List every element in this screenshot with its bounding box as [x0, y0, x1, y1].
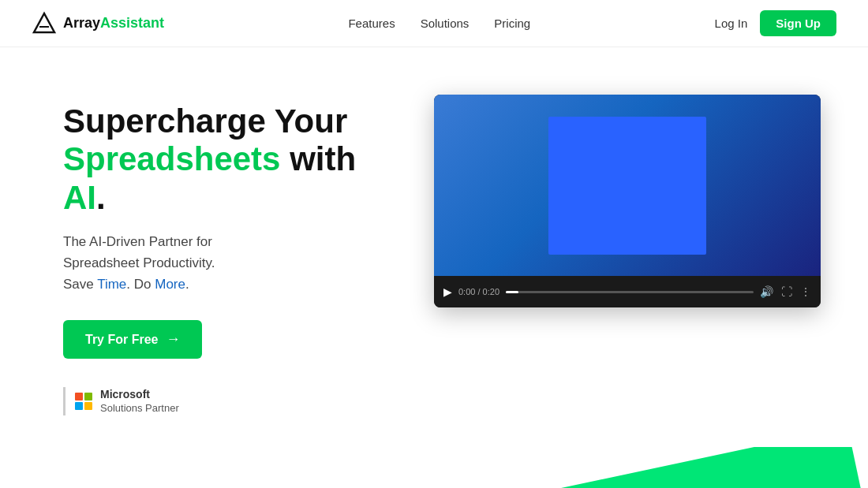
- ms-text: Microsoft Solutions Partner: [100, 387, 179, 415]
- nav-actions: Log In Sign Up: [715, 10, 836, 36]
- volume-icon[interactable]: 🔊: [760, 285, 773, 298]
- hero-left: Supercharge Your Spreadsheets with AI. T…: [63, 95, 395, 415]
- video-thumbnail: [548, 117, 706, 255]
- logo-icon: [32, 11, 57, 36]
- nav-links: Features Solutions Pricing: [348, 17, 530, 30]
- nav-pricing[interactable]: Pricing: [494, 17, 530, 30]
- nav-solutions[interactable]: Solutions: [421, 17, 470, 30]
- hero-section: Supercharge Your Spreadsheets with AI. T…: [0, 47, 868, 447]
- arrow-icon: →: [166, 331, 180, 348]
- try-for-free-button[interactable]: Try For Free →: [63, 320, 202, 359]
- nav-features[interactable]: Features: [348, 17, 395, 30]
- video-control-icons: 🔊 ⛶ ⋮: [760, 285, 811, 298]
- bottom-section: Revolutionize Your Workflow Today.: [0, 447, 868, 488]
- signup-button[interactable]: Sign Up: [760, 10, 836, 36]
- video-progress-bar[interactable]: [506, 291, 754, 293]
- microsoft-badge: Microsoft Solutions Partner: [63, 387, 395, 415]
- green-wave: [230, 447, 868, 488]
- more-icon[interactable]: ⋮: [800, 285, 811, 298]
- video-player[interactable]: ▶ 0:00 / 0:20 🔊 ⛶ ⋮: [434, 95, 821, 307]
- logo-text: ArrayAssistant: [63, 15, 164, 32]
- video-time: 0:00 / 0:20: [458, 287, 499, 296]
- hero-right: ▶ 0:00 / 0:20 🔊 ⛶ ⋮: [434, 95, 821, 307]
- try-for-free-label: Try For Free: [85, 333, 158, 347]
- logo[interactable]: ArrayAssistant: [32, 11, 164, 36]
- login-button[interactable]: Log In: [715, 17, 748, 30]
- ms-sq-blue: [75, 402, 83, 410]
- navbar: ArrayAssistant Features Solutions Pricin…: [0, 0, 868, 47]
- video-controls: ▶ 0:00 / 0:20 🔊 ⛶ ⋮: [434, 276, 821, 307]
- fullscreen-icon[interactable]: ⛶: [781, 285, 792, 298]
- play-button[interactable]: ▶: [443, 285, 452, 298]
- video-progress-fill: [506, 291, 518, 293]
- hero-title: Supercharge Your Spreadsheets with AI.: [63, 102, 395, 217]
- ms-sq-red: [75, 393, 83, 400]
- ms-sq-green: [84, 393, 92, 400]
- ms-sq-yellow: [84, 402, 92, 410]
- hero-subtitle: The AI-Driven Partner for Spreadsheet Pr…: [63, 231, 395, 296]
- video-screen: [434, 95, 821, 276]
- microsoft-logo: [75, 393, 92, 410]
